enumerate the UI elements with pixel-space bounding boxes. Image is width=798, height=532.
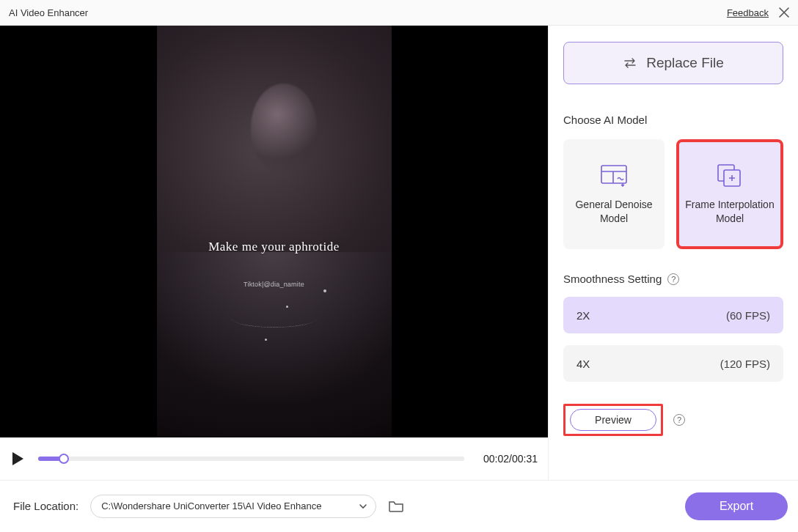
smoothness-factor: 2X: [576, 309, 590, 322]
smoothness-label-row: Smoothness Setting ?: [563, 273, 791, 285]
chevron-down-icon: [359, 503, 367, 510]
smoothness-fps: (60 FPS): [726, 309, 770, 322]
denoise-icon: [598, 163, 629, 188]
help-icon[interactable]: ?: [673, 414, 685, 426]
preview-button[interactable]: Preview: [570, 409, 656, 431]
file-location-select[interactable]: C:\Wondershare UniConverter 15\AI Video …: [90, 495, 376, 518]
preview-button-label: Preview: [595, 414, 632, 426]
video-handle: Tiktok|@dia_namite: [157, 281, 392, 288]
settings-panel: Replace File Choose AI Model General Den…: [549, 26, 798, 480]
file-location-label: File Location:: [13, 500, 78, 512]
replace-file-label: Replace File: [646, 55, 724, 71]
smoothness-fps: (120 FPS): [720, 358, 770, 370]
play-icon: [10, 451, 26, 467]
smoothness-label: Smoothness Setting: [563, 273, 662, 285]
swap-icon: [623, 58, 637, 68]
titlebar-right: Feedback: [727, 7, 789, 18]
close-icon[interactable]: [779, 7, 789, 18]
player-controls: 00:02/00:31: [0, 437, 548, 480]
smoothness-options: 2X (60 FPS) 4X (120 FPS): [563, 297, 783, 382]
interpolation-icon: [715, 163, 744, 188]
video-viewport: Make me your aphrotide Tiktok|@dia_namit…: [0, 26, 548, 437]
video-caption: Make me your aphrotide: [157, 240, 392, 254]
svg-rect-0: [601, 166, 626, 183]
time-total: 00:31: [512, 453, 538, 465]
folder-icon[interactable]: [388, 500, 404, 513]
export-button[interactable]: Export: [685, 492, 788, 520]
model-card-label: General Denoise Model: [563, 198, 665, 226]
export-button-label: Export: [720, 500, 753, 513]
play-button[interactable]: [7, 448, 28, 469]
app-title: AI Video Enhancer: [9, 7, 88, 18]
feedback-link[interactable]: Feedback: [727, 7, 769, 18]
preview-highlight: Preview: [563, 404, 663, 436]
timecode: 00:02/00:31: [475, 453, 538, 465]
model-card-label: Frame Interpolation Model: [679, 198, 780, 226]
main-area: Make me your aphrotide Tiktok|@dia_namit…: [0, 26, 798, 480]
file-location-path: C:\Wondershare UniConverter 15\AI Video …: [101, 500, 321, 511]
smoothness-factor: 4X: [576, 358, 590, 370]
help-icon[interactable]: ?: [667, 273, 679, 285]
model-card-interpolation[interactable]: Frame Interpolation Model: [676, 139, 783, 249]
preview-row: Preview ?: [563, 404, 791, 436]
choose-model-label: Choose AI Model: [563, 114, 791, 126]
smoothness-option-4x[interactable]: 4X (120 FPS): [563, 345, 783, 382]
preview-pane: Make me your aphrotide Tiktok|@dia_namit…: [0, 26, 549, 480]
footer: File Location: C:\Wondershare UniConvert…: [0, 480, 798, 531]
smoothness-option-2x[interactable]: 2X (60 FPS): [563, 297, 783, 333]
titlebar: AI Video Enhancer Feedback: [0, 0, 798, 26]
seek-slider[interactable]: [38, 457, 464, 461]
time-current: 00:02: [483, 453, 509, 465]
video-frame-image: Make me your aphrotide Tiktok|@dia_namit…: [157, 26, 392, 437]
replace-file-button[interactable]: Replace File: [563, 42, 783, 84]
model-options: General Denoise Model Frame Interpolatio…: [563, 139, 783, 249]
model-card-denoise[interactable]: General Denoise Model: [563, 139, 665, 249]
